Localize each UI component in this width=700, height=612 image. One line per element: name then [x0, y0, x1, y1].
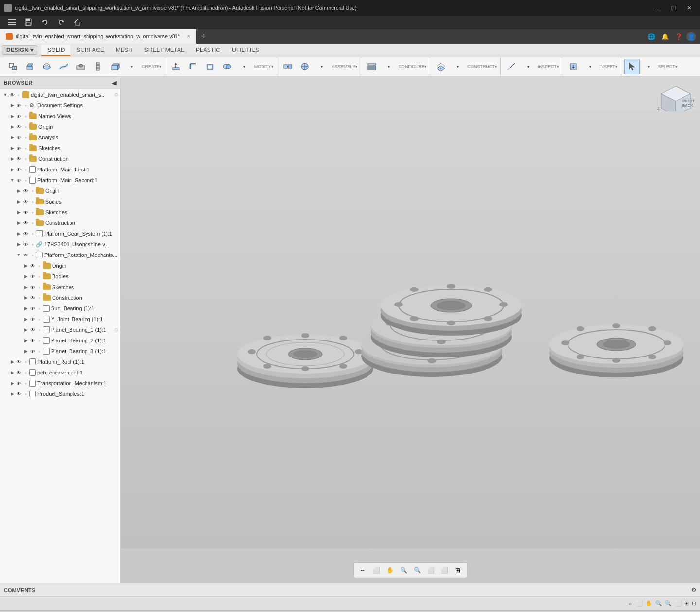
tree-expand-arrow[interactable]: ▶ — [9, 103, 16, 108]
hand-status-icon[interactable]: ✋ — [646, 600, 652, 607]
more-modify-btn[interactable]: ▾ — [236, 59, 252, 74]
light-bulb-icon[interactable]: ● — [36, 285, 43, 289]
tree-expand-arrow[interactable]: ▶ — [22, 274, 29, 279]
light-bulb-icon[interactable]: ● — [36, 306, 43, 311]
tab-surface[interactable]: SURFACE — [70, 45, 110, 56]
light-bulb-icon[interactable]: ● — [22, 360, 29, 364]
tree-expand-arrow[interactable]: ▶ — [16, 242, 22, 247]
tree-item[interactable]: ▶👁●Platform_Main_First:1 — [0, 164, 120, 175]
search-status-icon[interactable]: 🔍 — [665, 600, 672, 607]
more-insert-btn[interactable]: ▾ — [582, 59, 598, 74]
visibility-icon[interactable]: 👁 — [16, 359, 22, 365]
more-assemble-btn[interactable]: ▾ — [314, 59, 330, 74]
tree-item[interactable]: ▶👁●Sketches — [0, 207, 120, 218]
visibility-icon[interactable]: 👁 — [16, 146, 22, 151]
tree-item[interactable]: ▶👁●Sketches — [0, 143, 120, 153]
visibility-icon[interactable]: 👁 — [16, 135, 22, 140]
orbit-btn[interactable]: ⬜ — [370, 564, 382, 576]
tree-expand-arrow[interactable]: ▼ — [9, 178, 16, 183]
light-bulb-icon[interactable]: ● — [22, 371, 29, 375]
light-bulb-icon[interactable]: ● — [22, 146, 29, 151]
light-bulb-icon[interactable]: ● — [36, 339, 43, 343]
home-button[interactable] — [70, 17, 86, 27]
tree-item[interactable]: ▶👁●Planet_Bearing_1 (1):1⊙ — [0, 324, 120, 335]
zoom-region-btn[interactable]: 🔍 — [411, 564, 423, 576]
tree-item[interactable]: ▶👁●Sun_Bearing (1):1 — [0, 303, 120, 314]
profile-icon[interactable]: 👤 — [686, 32, 696, 41]
tree-expand-arrow[interactable]: ▶ — [22, 263, 29, 268]
tree-expand-arrow[interactable]: ▶ — [16, 231, 22, 236]
more-select-btn[interactable]: ▾ — [641, 59, 657, 74]
settings-status-icon[interactable]: ⊡ — [692, 600, 696, 607]
sweep-btn[interactable] — [56, 59, 71, 74]
visibility-icon[interactable]: 👁 — [16, 124, 22, 130]
visibility-icon[interactable]: 👁 — [29, 327, 36, 333]
light-bulb-icon[interactable]: ● — [16, 93, 22, 97]
tree-expand-arrow[interactable]: ▶ — [22, 317, 29, 322]
visibility-icon[interactable]: 👁 — [16, 167, 22, 172]
tree-expand-arrow[interactable]: ▶ — [22, 295, 29, 300]
tree-item[interactable]: ▶👁●Y_Joint_Bearing (1):1 — [0, 314, 120, 324]
visibility-icon[interactable]: 👁 — [29, 338, 36, 343]
tree-expand-arrow[interactable]: ▶ — [22, 285, 29, 289]
visibility-icon[interactable]: 👁 — [29, 285, 36, 290]
tree-item[interactable]: ▶👁●Construction — [0, 218, 120, 228]
minimize-button[interactable]: − — [651, 3, 665, 13]
zoom-btn[interactable]: ✋ — [384, 564, 396, 576]
tree-item[interactable]: ▼👁●Platform_Rotation_Mechanis... — [0, 250, 120, 260]
orbit-status-icon[interactable]: ⬜ — [636, 600, 643, 607]
tree-expand-arrow[interactable]: ▶ — [9, 359, 16, 364]
light-bulb-icon[interactable]: ● — [29, 210, 36, 215]
online-icon[interactable]: 🌐 — [646, 32, 657, 41]
more-construct-btn[interactable]: ▾ — [450, 59, 466, 74]
press-pull-btn[interactable] — [168, 59, 184, 74]
visibility-icon[interactable]: 👁 — [16, 156, 22, 162]
pan-status-icon[interactable]: ↔ — [628, 601, 633, 607]
tab-plastic[interactable]: PLASTIC — [190, 45, 226, 56]
tree-expand-arrow[interactable]: ▶ — [9, 114, 16, 119]
visibility-icon[interactable]: 👁 — [29, 295, 36, 301]
tree-expand-arrow[interactable]: ▶ — [22, 306, 29, 311]
grid-status-icon[interactable]: ⊞ — [684, 600, 689, 607]
tree-item[interactable]: ▶👁●⚙Document Settings — [0, 100, 120, 111]
fit-btn[interactable]: 🔍 — [398, 564, 409, 576]
box-btn[interactable] — [107, 59, 122, 74]
tree-item[interactable]: ▶👁●Construction — [0, 153, 120, 164]
light-bulb-icon[interactable]: ● — [22, 157, 29, 161]
visibility-icon[interactable]: 👁 — [22, 253, 29, 258]
light-bulb-icon[interactable]: ● — [36, 349, 43, 354]
revolve-btn[interactable] — [39, 59, 54, 74]
tree-item[interactable]: ▶👁●Bodies — [0, 196, 120, 207]
thread-btn[interactable] — [90, 59, 105, 74]
tree-item[interactable]: ▼👁●Platform_Main_Second:1 — [0, 175, 120, 186]
window-controls[interactable]: − □ × — [651, 3, 696, 13]
tree-expand-arrow[interactable]: ▶ — [22, 338, 29, 343]
display-mode-btn[interactable]: ⬜ — [438, 564, 450, 576]
visibility-icon[interactable]: 👁 — [22, 231, 29, 237]
hole-btn[interactable] — [73, 59, 88, 74]
light-bulb-icon[interactable]: ● — [36, 264, 43, 268]
light-bulb-icon[interactable]: ● — [29, 189, 36, 193]
configure-btn[interactable] — [364, 59, 380, 74]
light-bulb-icon[interactable]: ● — [36, 328, 43, 332]
grid-btn[interactable]: ⊞ — [452, 564, 464, 576]
visibility-icon[interactable]: 👁 — [29, 349, 36, 354]
tree-expand-arrow[interactable]: ▶ — [22, 349, 29, 354]
measure-btn[interactable] — [504, 59, 519, 74]
tree-item[interactable]: ▶👁●Planet_Bearing_2 (1):1 — [0, 335, 120, 346]
close-button[interactable]: × — [682, 3, 696, 13]
visibility-icon[interactable]: 👁 — [16, 114, 22, 119]
tree-item[interactable]: ▶👁●pcb_encasement:1 — [0, 367, 120, 378]
tree-item[interactable]: ▶👁●Named Views — [0, 111, 120, 121]
light-bulb-icon[interactable]: ● — [22, 125, 29, 129]
light-bulb-icon[interactable]: ● — [22, 114, 29, 119]
light-bulb-icon[interactable]: ● — [36, 317, 43, 322]
visibility-icon[interactable]: 👁 — [29, 263, 36, 269]
tree-expand-arrow[interactable]: ▶ — [16, 199, 22, 204]
tree-expand-arrow[interactable]: ▼ — [16, 253, 22, 257]
insert-btn[interactable] — [565, 59, 581, 74]
tree-item[interactable]: ▶👁●Platform_Roof (1):1 — [0, 357, 120, 367]
light-bulb-icon[interactable]: ● — [29, 232, 36, 236]
visibility-icon[interactable]: 👁 — [22, 199, 29, 204]
tab-utilities[interactable]: UTILITIES — [226, 45, 265, 56]
